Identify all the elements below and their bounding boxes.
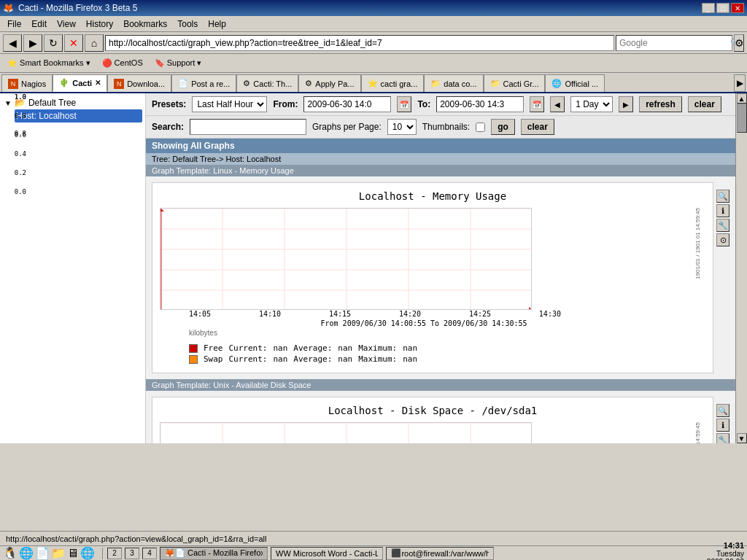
restore-button[interactable]: □ (716, 3, 729, 13)
legend-swap: Swap Current: nan Average: nan Maximum: … (189, 354, 705, 364)
prev-range-button[interactable]: ◀ (550, 96, 565, 112)
disk-graph-info-icon[interactable]: ℹ (716, 419, 729, 432)
bookmarks-bar: ⭐ Smart Bookmarks ▾ 🔴 CentOS 🔖 Support ▾ (0, 54, 747, 73)
sidebar-item-host-localhost[interactable]: Host: Localhost (15, 109, 142, 122)
memory-graph-body: 1.0 0.8 0.6 0.4 0.2 0.0 (160, 208, 705, 327)
tab-nagios[interactable]: N Nagios (1, 74, 53, 92)
disk-graph-zoom-icon[interactable]: 🔍 (716, 404, 729, 417)
scroll-down-button[interactable]: ▼ (737, 433, 747, 443)
taskbar-icon-6[interactable]: 🌐 (80, 546, 95, 560)
taskbar-clock: 14:31 Tuesday 2009-06-30 (707, 541, 744, 561)
stop-button[interactable]: ✕ (64, 34, 83, 52)
to-input[interactable] (436, 96, 524, 112)
centos-bookmark[interactable]: 🔴 CentOS (98, 57, 147, 69)
taskbar-icon-2[interactable]: 🌐 (19, 546, 34, 560)
taskbar-terminal-label: root@firewall:/var/www/ht... (401, 549, 489, 558)
disk-graph-settings-icon[interactable]: 🔧 (716, 433, 729, 443)
disk-side-label: 1901/01 / 1901 01 14:59:45 (695, 422, 701, 443)
search-field[interactable] (190, 119, 306, 135)
support-bookmark[interactable]: 🔖 Support ▾ (150, 57, 206, 69)
legend-swap-maximum-label: Maximum: (358, 354, 397, 364)
go-button[interactable]: go (491, 119, 515, 135)
menu-tools[interactable]: Tools (173, 18, 202, 31)
legend-free-average: nan (338, 343, 352, 353)
legend-free-color (189, 344, 198, 353)
menu-history[interactable]: History (82, 18, 117, 31)
menu-bookmarks[interactable]: Bookmarks (119, 18, 171, 31)
next-range-button[interactable]: ▶ (619, 96, 633, 112)
thumbnails-checkbox[interactable] (476, 122, 485, 132)
taskbar-firefox[interactable]: 🦊 📄 Cacti - Mozilla Firefox 3 (160, 547, 268, 560)
smart-bookmarks[interactable]: ⭐ Smart Bookmarks ▾ (3, 57, 95, 69)
menu-file[interactable]: File (3, 18, 26, 31)
toolbar-clear-button[interactable]: clear (688, 96, 721, 112)
home-button[interactable]: ⌂ (85, 34, 104, 52)
refresh-button[interactable]: refresh (639, 96, 682, 112)
tab-post[interactable]: 📄 Post a re... (171, 74, 236, 92)
back-button[interactable]: ◀ (3, 34, 22, 52)
taskbar-icon-4[interactable]: 📁 (51, 546, 66, 560)
taskbar-word[interactable]: W W Microsoft Word - Cacti-Lin... (271, 547, 383, 560)
close-button[interactable]: ✕ (731, 3, 744, 13)
tab-num-3[interactable]: 4 (142, 548, 157, 559)
scroll-thumb[interactable] (737, 104, 747, 133)
from-input[interactable] (303, 96, 391, 112)
status-url: http://localhost/cacti/graph.php?action=… (6, 534, 266, 543)
x-label-6: 14:30 (539, 310, 561, 318)
from-calendar-button[interactable]: 📅 (397, 96, 411, 112)
graph-settings-icon[interactable]: 🔧 (716, 219, 729, 232)
showing-label: Showing All Graphs (152, 141, 235, 151)
tab-cacti-gra[interactable]: ⭐ cacti gra... (361, 74, 425, 92)
clear-button[interactable]: clear (521, 119, 554, 135)
menu-help[interactable]: Help (204, 18, 231, 31)
presets-select[interactable]: Last Half Hour (192, 96, 267, 112)
memory-graph-svg (160, 208, 532, 310)
showing-header: Showing All Graphs (146, 139, 735, 153)
tab-data-co[interactable]: 📁 data co... (424, 74, 483, 92)
sidebar-item-label: Default Tree (28, 98, 76, 108)
graph-template2-header: Graph Template: Unix - Available Disk Sp… (146, 379, 735, 391)
graphs-per-page-select[interactable]: 10 (387, 119, 417, 135)
minimize-button[interactable]: _ (702, 3, 715, 13)
tab-cacti-th[interactable]: ⚙ Cacti: Th... (236, 74, 298, 92)
tab-num-2[interactable]: 3 (125, 548, 139, 559)
memory-graph-canvas-area: 14:05 14:10 14:15 14:20 14:25 14:30 From… (160, 208, 688, 327)
menu-edit[interactable]: Edit (27, 18, 51, 31)
taskbar-icon-3[interactable]: 📄 (35, 546, 50, 560)
tabs-overflow[interactable]: ▶ (734, 74, 746, 92)
taskbar-terminal[interactable]: ⬛ root@firewall:/var/www/ht... (386, 547, 494, 560)
search-input[interactable] (619, 38, 729, 48)
tab-num-1[interactable]: 2 (107, 548, 122, 559)
scroll-up-button[interactable]: ▲ (737, 93, 747, 104)
memory-graph-wrapper: Localhost - Memory Usage 1.0 0.8 0.6 0.4… (152, 182, 729, 373)
nav-options-button[interactable]: ⚙ (734, 34, 744, 52)
title-text: Cacti - Mozilla Firefox 3 Beta 5 (18, 3, 137, 13)
forward-button[interactable]: ▶ (23, 34, 42, 52)
tab-apply-icon: ⚙ (305, 79, 312, 88)
reload-button[interactable]: ↻ (44, 34, 63, 52)
graph-zoom-icon[interactable]: 🔍 (716, 190, 729, 203)
scrollbar[interactable]: ▲ ▼ (735, 93, 747, 443)
scroll-track[interactable] (737, 104, 747, 433)
taskbar-word-icon: W (276, 549, 283, 558)
taskbar-icon-5[interactable]: 🖥 (67, 547, 79, 560)
memory-graph-title: Localhost - Memory Usage (160, 190, 705, 202)
tree-breadcrumb: Tree: Default Tree-> Host: Localhost (146, 153, 735, 165)
disk-graph: Localhost - Disk Space - /dev/sda1 1.0 0… (152, 397, 713, 443)
menu-view[interactable]: View (53, 18, 80, 31)
to-calendar-button[interactable]: 📅 (530, 96, 544, 112)
graph-circle-icon[interactable]: ⊙ (716, 233, 729, 246)
tab-official[interactable]: 🌐 Official ... (545, 74, 605, 92)
tab-download[interactable]: N Downloa... (107, 74, 171, 92)
tab-cacti-close[interactable]: ✕ (95, 79, 101, 87)
tab-cacti-gr[interactable]: 📁 Cacti Gr... (484, 74, 546, 92)
tab-download-label: Downloa... (127, 79, 165, 88)
tab-cacti[interactable]: 🌵 Cacti ✕ (53, 74, 107, 92)
graph-info-icon[interactable]: ℹ (716, 204, 729, 217)
tab-apply[interactable]: ⚙ Apply Pa... (298, 74, 360, 92)
range-select[interactable]: 1 Day (570, 96, 613, 112)
taskbar-icon-1[interactable]: 🐧 (3, 546, 18, 560)
address-input[interactable] (109, 38, 611, 48)
clock-time: 14:31 (707, 541, 744, 550)
disk-graph-side-icons: 🔍 ℹ 🔧 ⊙ (716, 397, 729, 443)
